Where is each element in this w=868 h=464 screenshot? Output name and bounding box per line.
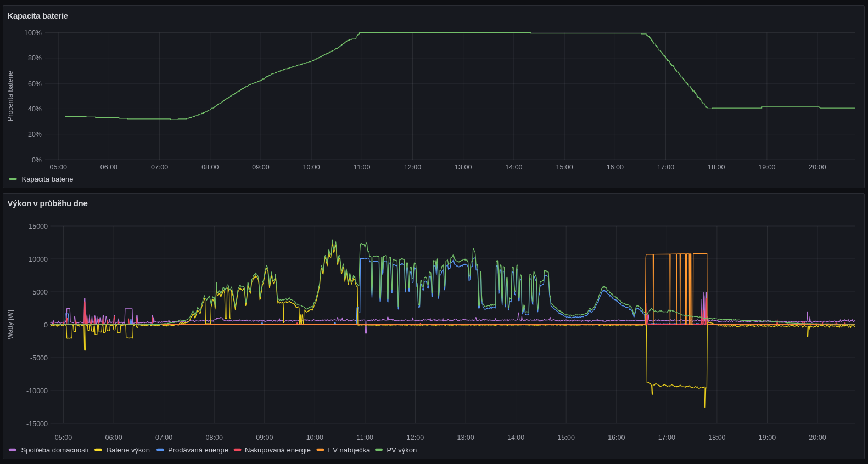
svg-text:-10000: -10000 xyxy=(26,387,48,395)
svg-text:10:00: 10:00 xyxy=(306,434,323,442)
svg-text:Spotřeba domácnosti: Spotřeba domácnosti xyxy=(21,446,89,454)
svg-text:Výkon v průběhu dne: Výkon v průběhu dne xyxy=(8,199,88,208)
svg-text:20:00: 20:00 xyxy=(809,434,826,442)
svg-text:05:00: 05:00 xyxy=(55,434,72,442)
svg-text:0%: 0% xyxy=(32,156,42,164)
svg-text:10:00: 10:00 xyxy=(303,163,320,171)
svg-text:EV nabíječka: EV nabíječka xyxy=(328,446,371,454)
svg-text:14:00: 14:00 xyxy=(505,163,522,171)
svg-text:08:00: 08:00 xyxy=(206,434,223,442)
svg-text:60%: 60% xyxy=(28,80,42,88)
svg-text:12:00: 12:00 xyxy=(404,163,421,171)
svg-text:14:00: 14:00 xyxy=(507,434,524,442)
svg-text:-5000: -5000 xyxy=(30,354,48,362)
svg-text:11:00: 11:00 xyxy=(357,434,373,442)
svg-text:19:00: 19:00 xyxy=(759,434,776,442)
svg-text:06:00: 06:00 xyxy=(100,163,117,171)
svg-text:05:00: 05:00 xyxy=(50,163,67,171)
svg-text:Nakupovaná energie: Nakupovaná energie xyxy=(245,446,311,454)
svg-text:Kapacita baterie: Kapacita baterie xyxy=(22,175,74,183)
svg-text:09:00: 09:00 xyxy=(252,163,269,171)
svg-text:Baterie výkon: Baterie výkon xyxy=(107,446,150,454)
svg-text:100%: 100% xyxy=(24,29,42,37)
svg-text:-15000: -15000 xyxy=(26,420,48,428)
svg-text:Watty [W]: Watty [W] xyxy=(7,310,14,339)
svg-text:18:00: 18:00 xyxy=(708,163,725,171)
svg-text:80%: 80% xyxy=(28,54,42,62)
svg-text:09:00: 09:00 xyxy=(256,434,273,442)
svg-text:PV výkon: PV výkon xyxy=(387,446,417,454)
svg-text:07:00: 07:00 xyxy=(151,163,168,171)
svg-text:07:00: 07:00 xyxy=(155,434,172,442)
svg-text:11:00: 11:00 xyxy=(354,163,370,171)
svg-text:Procenta baterie: Procenta baterie xyxy=(7,71,14,121)
svg-text:0: 0 xyxy=(44,321,48,329)
svg-text:Prodávaná energie: Prodávaná energie xyxy=(168,446,228,454)
svg-text:17:00: 17:00 xyxy=(657,163,674,171)
svg-text:13:00: 13:00 xyxy=(455,163,472,171)
svg-text:06:00: 06:00 xyxy=(105,434,122,442)
svg-text:5000: 5000 xyxy=(32,288,48,296)
svg-text:15000: 15000 xyxy=(29,223,48,230)
svg-text:10000: 10000 xyxy=(29,256,48,263)
svg-text:40%: 40% xyxy=(28,105,42,113)
svg-text:Kapacita baterie: Kapacita baterie xyxy=(8,11,68,20)
svg-text:20:00: 20:00 xyxy=(809,163,826,171)
svg-text:15:00: 15:00 xyxy=(556,163,573,171)
svg-text:08:00: 08:00 xyxy=(201,163,219,171)
svg-text:19:00: 19:00 xyxy=(758,163,775,171)
svg-text:17:00: 17:00 xyxy=(658,434,675,442)
svg-text:12:00: 12:00 xyxy=(407,434,424,442)
svg-text:18:00: 18:00 xyxy=(708,434,725,442)
svg-text:15:00: 15:00 xyxy=(558,434,575,442)
svg-text:16:00: 16:00 xyxy=(608,434,625,442)
svg-text:20%: 20% xyxy=(28,131,42,138)
svg-text:16:00: 16:00 xyxy=(607,163,624,171)
svg-text:13:00: 13:00 xyxy=(457,434,474,442)
